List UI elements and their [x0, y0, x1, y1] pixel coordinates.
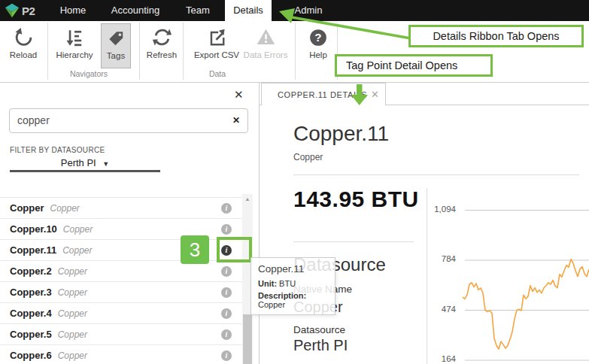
tag-list-item[interactable]: Copper.6Copperi [0, 344, 242, 364]
search-input-value: copper [17, 114, 50, 126]
divider [293, 174, 579, 175]
info-icon[interactable]: i [221, 224, 232, 235]
reload-icon [14, 23, 34, 47]
tag-description: Copper [58, 266, 87, 277]
tag-name: Copper.5Copper [10, 329, 87, 340]
top-nav-bar: P2 HomeAccountingTeamDetailsAdmin [0, 0, 589, 21]
data-errors-label: Data Errors [244, 50, 288, 59]
step-3-badge: 3 [181, 235, 209, 264]
info-icon[interactable]: i [221, 329, 232, 340]
hierarchy-icon [65, 23, 84, 47]
p2-logo-text: P2 [22, 5, 35, 17]
help-button[interactable]: ? Help [299, 23, 337, 68]
tag-search-panel: ✕ copper ✕ FILTER BY DATASOURCE Perth PI… [0, 83, 260, 364]
y-axis-tick-label: 1,094 [420, 205, 456, 214]
help-label: Help [309, 50, 327, 59]
tags-icon [106, 24, 126, 48]
tooltip-unit-value: BTU [279, 279, 296, 288]
tag-list-item[interactable]: Copper.4Copperi [0, 302, 242, 323]
tag-name: Copper.6Copper [10, 350, 87, 361]
tag-info-tooltip: Copper.11 Unit: BTU Description: Copper [250, 257, 335, 315]
info-icon[interactable]: i [221, 308, 232, 319]
hierarchy-label: Hierarchy [56, 50, 93, 59]
detail-tab-label: COPPER.11 DETAILS [278, 90, 367, 99]
tooltip-description-line: Description: Copper [258, 291, 328, 309]
detail-tabstrip: COPPER.11 DETAILS ✕ [260, 83, 589, 105]
tag-name: Copper.11Copper [10, 244, 93, 256]
data-errors-icon [256, 23, 276, 47]
info-icon[interactable]: i [221, 287, 232, 298]
panel-close-icon[interactable]: ✕ [234, 88, 244, 102]
datasource-label: Datasource [293, 324, 345, 335]
nav-item-admin[interactable]: Admin [284, 0, 332, 21]
tag-name: CopperCopper [10, 202, 80, 214]
detail-title: Copper.11 [293, 122, 389, 146]
refresh-icon [152, 23, 172, 47]
scroll-up-icon[interactable]: ▲ [242, 196, 253, 202]
info-icon-highlight-box [217, 237, 252, 262]
tag-description: Copper [58, 329, 87, 340]
datasource-dropdown[interactable]: Perth PI ▼ [10, 157, 160, 168]
tag-list-item[interactable]: Copper.3Copperi [0, 281, 242, 302]
ribbon-separator [295, 23, 296, 80]
y-axis-tick-label: 784 [420, 254, 456, 263]
tag-search-input[interactable]: copper ✕ [9, 108, 248, 133]
tag-description: Copper [58, 287, 87, 298]
info-icon[interactable]: i [221, 350, 232, 361]
chevron-down-icon: ▼ [102, 160, 109, 168]
tag-name: Copper.3Copper [10, 287, 87, 298]
annotation-tag-point-detail-opens: Tag Point Detail Opens [335, 54, 493, 77]
tooltip-description-value: Copper [258, 300, 285, 309]
reload-label: Reload [10, 50, 37, 59]
tab-copper-11-details[interactable]: COPPER.11 DETAILS ✕ [261, 83, 386, 105]
data-errors-button: Data Errors [241, 23, 290, 68]
tab-close-icon[interactable]: ✕ [371, 89, 379, 100]
trend-chart [459, 188, 589, 364]
tag-description: Copper [63, 224, 93, 235]
help-icon: ? [308, 23, 328, 47]
search-clear-icon[interactable]: ✕ [232, 115, 240, 126]
tooltip-unit-label: Unit: [258, 279, 277, 288]
y-axis-tick-label: 474 [420, 305, 456, 314]
nav-item-home[interactable]: Home [50, 0, 96, 21]
p2-logo-icon [4, 2, 20, 19]
y-axis-tick-label: 164 [420, 354, 456, 363]
trend-line [463, 259, 589, 350]
tag-description: Copper [58, 308, 87, 319]
tag-list-item[interactable]: CopperCopperi [0, 197, 242, 218]
ribbon-group-navigators: Navigators [47, 69, 130, 78]
nav-item-team[interactable]: Team [175, 0, 220, 21]
refresh-label: Refresh [147, 50, 177, 59]
nav-item-accounting[interactable]: Accounting [103, 0, 168, 21]
scrollbar-thumb[interactable] [243, 314, 252, 364]
tooltip-description-label: Description: [258, 291, 306, 300]
ribbon-group-data: Data [183, 69, 252, 78]
tag-description: Copper [62, 245, 92, 256]
export-csv-icon [207, 23, 226, 47]
divider [293, 241, 414, 242]
filter-by-datasource-label: FILTER BY DATASOURCE [10, 146, 105, 154]
detail-subtitle: Copper [293, 152, 323, 162]
current-value: 143.95 BTU [293, 187, 419, 212]
annotation-details-ribbon-tab-opens: Details Ribbon Tab Opens [408, 25, 584, 47]
export-csv-button[interactable]: Export CSV [188, 23, 245, 68]
datasource-value: Perth PI [293, 337, 348, 354]
info-icon[interactable]: i [221, 266, 232, 277]
info-icon[interactable]: i [221, 203, 232, 214]
nav-item-details[interactable]: Details [225, 0, 272, 21]
tag-results-list: CopperCopperiCopper.10CopperiCopper.11Co… [0, 197, 242, 364]
chart-divider [427, 188, 427, 364]
p2-application-window: P2 HomeAccountingTeamDetailsAdmin Reload [0, 0, 589, 364]
export-csv-label: Export CSV [194, 50, 239, 59]
svg-text:?: ? [314, 31, 321, 44]
tags-label: Tags [107, 51, 125, 60]
tag-list-item[interactable]: Copper.5Copperi [0, 323, 242, 344]
reload-button[interactable]: Reload [2, 23, 45, 68]
tag-name: Copper.10Copper [10, 223, 93, 235]
tags-button[interactable]: Tags [101, 23, 131, 68]
tag-description: Copper [58, 350, 87, 361]
refresh-button[interactable]: Refresh [141, 23, 182, 68]
dropdown-underline [10, 170, 160, 172]
hierarchy-button[interactable]: Hierarchy [50, 23, 99, 68]
p2-logo[interactable]: P2 [0, 0, 44, 21]
